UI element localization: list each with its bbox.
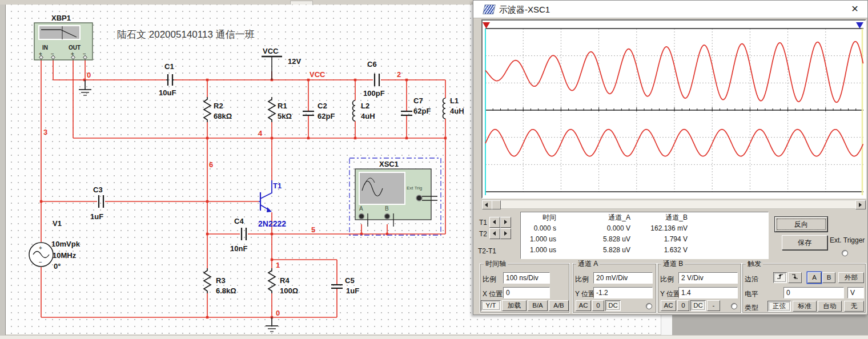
oscilloscope-xsc1-component[interactable]: XSC1 Ext Trig A B <box>355 160 437 227</box>
channel-b-title: 通道 B <box>661 259 685 269</box>
mode-yt-button[interactable]: Y/T <box>481 300 501 311</box>
capacitor-c2[interactable] <box>303 111 314 115</box>
ext-trigger-label: Ext. Trigger <box>830 236 865 244</box>
oscilloscope-window: 示波器-XSC1 ✕ T1 T2 T2-T1 时间 通道_A 通道_B 0.00… <box>473 0 868 315</box>
t1-part-number: 2N2222 <box>258 219 286 228</box>
inductor-l1[interactable] <box>443 98 446 119</box>
chb-ac-button[interactable]: AC <box>661 300 676 311</box>
timebase-group: 时间轴 比例 100 ns/Div X 位置 0 Y/T 加载 B/A A/B <box>480 263 570 313</box>
t2-left-button[interactable] <box>489 228 500 239</box>
c4-val: 10nF <box>230 244 247 253</box>
r4-val: 100Ω <box>280 286 298 295</box>
chb-dc-button[interactable]: DC <box>690 300 706 311</box>
trigger-source-b-button[interactable]: B <box>822 272 835 283</box>
rising-edge-icon <box>776 273 784 280</box>
l1-val: 4uH <box>450 107 464 115</box>
chb-zero-button[interactable]: 0 <box>677 300 689 311</box>
xsc1-a-label: A <box>359 205 363 212</box>
scroll-left-button[interactable] <box>482 200 492 209</box>
trigger-title: 触发 <box>746 259 763 269</box>
cha-zero-button[interactable]: 0 <box>592 300 604 311</box>
resistor-r3[interactable] <box>204 268 211 293</box>
timebase-scale-input[interactable]: 100 ns/Div <box>503 272 550 284</box>
trigger-edge-label: 边沿 <box>745 275 758 284</box>
timebase-xpos-label: X 位置 <box>483 289 503 299</box>
v1-ref: V1 <box>53 219 62 228</box>
trigger-level-unit[interactable]: V <box>847 287 864 298</box>
cha-scale-input[interactable]: 20 mV/Div <box>593 272 653 284</box>
ground-symbol-bottom[interactable] <box>266 317 278 332</box>
t2-right-button[interactable] <box>500 228 511 239</box>
c6-ref: C6 <box>367 60 377 68</box>
edge-rising-button[interactable] <box>773 272 787 283</box>
trigger-source-a-button[interactable]: A <box>807 272 821 283</box>
c2-val: 62pF <box>318 112 335 120</box>
cha-trigger-radio[interactable] <box>646 303 652 309</box>
channel-b-terminal[interactable] <box>385 214 390 219</box>
scope-title-bar[interactable]: 示波器-XSC1 ✕ <box>473 1 867 18</box>
trigger-source-ext-button[interactable]: 外部 <box>838 272 864 283</box>
c1-ref: C1 <box>164 62 174 71</box>
xbp1-in-label: IN <box>42 45 48 51</box>
chb-scale-input[interactable]: 2 V/Div <box>678 272 738 284</box>
type-single-button[interactable]: 正弦 <box>767 301 791 312</box>
type-normal-button[interactable]: 标准 <box>793 301 817 312</box>
capacitor-c3[interactable] <box>99 195 103 208</box>
transistor-t1[interactable] <box>259 180 272 212</box>
capacitor-c7[interactable] <box>401 111 412 115</box>
r3-ref: R3 <box>216 276 226 285</box>
capacitor-c5[interactable] <box>331 285 343 288</box>
inductor-l2[interactable] <box>353 100 356 121</box>
chb-minus-button[interactable]: - <box>707 300 720 311</box>
bode-plotter-xbp1[interactable]: XBP1 IN OUT + − + − <box>34 14 93 60</box>
chb-trigger-radio[interactable] <box>731 303 737 309</box>
mode-add-button[interactable]: 加载 <box>502 300 527 311</box>
channel-a-terminal[interactable] <box>359 214 364 219</box>
scroll-right-icon <box>859 203 862 207</box>
resistor-r1[interactable] <box>268 97 275 122</box>
cha-ac-button[interactable]: AC <box>576 300 591 311</box>
cha-ypos-label: Y 位置 <box>575 289 595 299</box>
save-button[interactable]: 保存 <box>782 235 827 250</box>
mode-ba-button[interactable]: B/A <box>528 300 548 311</box>
t1-right-button[interactable] <box>500 217 511 228</box>
resistor-r4[interactable] <box>268 268 275 293</box>
ext-trigger-radio[interactable] <box>842 250 848 256</box>
t2-row: 1.000 us 5.828 uV 1.794 V <box>521 234 768 245</box>
ext-trig-terminal[interactable] <box>416 195 422 201</box>
t1-label: T1 <box>479 219 487 227</box>
trigger-level-input[interactable]: 0 <box>783 287 844 298</box>
timebase-xpos-input[interactable]: 0 <box>503 287 550 298</box>
cha-ypos-input[interactable]: -1.2 <box>593 287 653 298</box>
cha-dc-button[interactable]: DC <box>605 300 621 311</box>
scope-plot <box>483 21 865 197</box>
resistor-r2[interactable] <box>204 97 211 122</box>
r3-val: 6.8kΩ <box>216 286 236 295</box>
c5-ref: C5 <box>345 276 355 285</box>
reverse-button[interactable]: 反向 <box>775 217 827 232</box>
type-none-button[interactable]: 无 <box>844 301 864 312</box>
channel-b-group: 通道 B 比例 2 V/Div Y 位置 1.4 AC 0 DC - <box>657 263 742 313</box>
source-v1[interactable]: + − <box>29 243 53 267</box>
mode-ab-button[interactable]: A/B <box>549 300 569 311</box>
vcc-source[interactable]: VCC 12V <box>262 47 301 80</box>
measurement-table: 时间 通道_A 通道_B 0.000 s 0.000 V 162.136 mV … <box>520 212 769 259</box>
ground-symbol-top[interactable] <box>79 80 91 95</box>
edge-falling-button[interactable] <box>788 272 802 283</box>
l1-ref: L1 <box>450 96 459 105</box>
timebase-title: 时间轴 <box>484 259 508 269</box>
scroll-right-button[interactable] <box>855 200 866 209</box>
close-icon[interactable]: ✕ <box>849 3 861 15</box>
v1-amplitude: 10mVpk <box>51 240 81 248</box>
t1-left-button[interactable] <box>489 217 500 228</box>
capacitor-c1[interactable] <box>166 74 174 86</box>
capacitor-c6[interactable] <box>375 74 379 86</box>
scope-hscrollbar[interactable] <box>481 200 866 209</box>
node-0-top: 0 <box>87 71 91 79</box>
type-auto-button[interactable]: 自动 <box>818 301 842 312</box>
r1-ref: R1 <box>278 102 287 110</box>
chb-ypos-input[interactable]: 1.4 <box>678 287 738 298</box>
capacitor-c4[interactable] <box>242 228 246 240</box>
scroll-thumb[interactable] <box>492 200 501 209</box>
vcc-voltage: 12V <box>288 57 301 66</box>
